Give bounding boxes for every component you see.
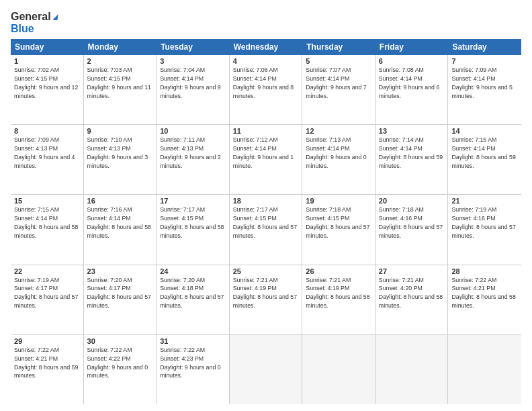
calendar-empty-cell bbox=[375, 335, 449, 404]
sunset-text: Sunset: 4:14 PM bbox=[379, 75, 423, 82]
day-number: 29 bbox=[14, 337, 80, 345]
header: General Blue bbox=[11, 11, 521, 35]
sunrise-text: Sunrise: 7:18 AM bbox=[379, 206, 424, 213]
sunset-text: Sunset: 4:13 PM bbox=[160, 145, 204, 152]
day-number: 22 bbox=[14, 267, 80, 275]
calendar: SundayMondayTuesdayWednesdayThursdayFrid… bbox=[11, 39, 521, 404]
sunset-text: Sunset: 4:15 PM bbox=[14, 75, 58, 82]
sunrise-text: Sunrise: 7:19 AM bbox=[451, 206, 496, 213]
sunrise-text: Sunrise: 7:18 AM bbox=[306, 206, 351, 213]
calendar-day-cell: 29 Sunrise: 7:22 AM Sunset: 4:21 PM Dayl… bbox=[11, 335, 84, 404]
sunrise-text: Sunrise: 7:07 AM bbox=[306, 66, 351, 73]
calendar-day-cell: 5 Sunrise: 7:07 AM Sunset: 4:14 PM Dayli… bbox=[302, 55, 375, 124]
sunrise-text: Sunrise: 7:21 AM bbox=[379, 277, 424, 283]
sunset-text: Sunset: 4:14 PM bbox=[379, 145, 423, 152]
day-number: 10 bbox=[160, 127, 226, 135]
daylight-text: Daylight: 9 hours and 11 minutes. bbox=[87, 84, 151, 99]
calendar-day-cell: 20 Sunrise: 7:18 AM Sunset: 4:16 PM Dayl… bbox=[375, 195, 449, 264]
daylight-text: Daylight: 8 hours and 58 minutes. bbox=[379, 293, 443, 309]
calendar-day-cell: 6 Sunrise: 7:08 AM Sunset: 4:14 PM Dayli… bbox=[375, 55, 449, 124]
calendar-day-cell: 16 Sunrise: 7:16 AM Sunset: 4:14 PM Dayl… bbox=[84, 195, 157, 264]
daylight-text: Daylight: 9 hours and 8 minutes. bbox=[233, 84, 294, 99]
sunset-text: Sunset: 4:15 PM bbox=[160, 215, 204, 222]
calendar-day-cell: 11 Sunrise: 7:12 AM Sunset: 4:14 PM Dayl… bbox=[230, 125, 303, 194]
daylight-text: Daylight: 8 hours and 58 minutes. bbox=[14, 224, 78, 239]
calendar-day-cell: 28 Sunrise: 7:22 AM Sunset: 4:21 PM Dayl… bbox=[448, 265, 521, 334]
sunrise-text: Sunrise: 7:17 AM bbox=[160, 206, 205, 213]
daylight-text: Daylight: 8 hours and 58 minutes. bbox=[451, 293, 515, 309]
day-number: 21 bbox=[451, 197, 518, 205]
daylight-text: Daylight: 8 hours and 58 minutes. bbox=[160, 224, 224, 239]
sunrise-text: Sunrise: 7:20 AM bbox=[160, 277, 205, 283]
calendar-week-row: 29 Sunrise: 7:22 AM Sunset: 4:21 PM Dayl… bbox=[11, 335, 521, 404]
daylight-text: Daylight: 8 hours and 59 minutes. bbox=[379, 154, 443, 169]
sunset-text: Sunset: 4:13 PM bbox=[14, 145, 58, 152]
calendar-day-cell: 9 Sunrise: 7:10 AM Sunset: 4:13 PM Dayli… bbox=[84, 125, 157, 194]
calendar-day-cell: 30 Sunrise: 7:22 AM Sunset: 4:22 PM Dayl… bbox=[84, 335, 157, 404]
day-number: 6 bbox=[379, 57, 445, 65]
daylight-text: Daylight: 9 hours and 5 minutes. bbox=[451, 84, 512, 99]
daylight-text: Daylight: 9 hours and 0 minutes. bbox=[160, 364, 220, 379]
sunset-text: Sunset: 4:15 PM bbox=[87, 75, 131, 82]
sunset-text: Sunset: 4:16 PM bbox=[451, 215, 495, 222]
sunrise-text: Sunrise: 7:14 AM bbox=[379, 136, 424, 143]
weekday-header: Thursday bbox=[302, 39, 375, 55]
calendar-day-cell: 22 Sunrise: 7:19 AM Sunset: 4:17 PM Dayl… bbox=[11, 265, 84, 334]
calendar-empty-cell bbox=[230, 335, 303, 404]
calendar-day-cell: 1 Sunrise: 7:02 AM Sunset: 4:15 PM Dayli… bbox=[11, 55, 84, 124]
calendar-week-row: 22 Sunrise: 7:19 AM Sunset: 4:17 PM Dayl… bbox=[11, 265, 521, 335]
sunrise-text: Sunrise: 7:06 AM bbox=[233, 66, 278, 73]
sunrise-text: Sunrise: 7:12 AM bbox=[233, 136, 278, 143]
calendar-day-cell: 13 Sunrise: 7:14 AM Sunset: 4:14 PM Dayl… bbox=[375, 125, 449, 194]
day-number: 31 bbox=[160, 337, 226, 345]
calendar-day-cell: 17 Sunrise: 7:17 AM Sunset: 4:15 PM Dayl… bbox=[157, 195, 230, 264]
sunset-text: Sunset: 4:22 PM bbox=[87, 355, 131, 362]
logo: General Blue bbox=[11, 11, 58, 35]
calendar-day-cell: 8 Sunrise: 7:09 AM Sunset: 4:13 PM Dayli… bbox=[11, 125, 84, 194]
daylight-text: Daylight: 9 hours and 12 minutes. bbox=[14, 84, 78, 99]
daylight-text: Daylight: 9 hours and 1 minute. bbox=[233, 154, 294, 169]
day-number: 27 bbox=[379, 267, 445, 275]
sunset-text: Sunset: 4:14 PM bbox=[233, 145, 277, 152]
day-number: 17 bbox=[160, 197, 226, 205]
sunset-text: Sunset: 4:19 PM bbox=[233, 285, 277, 291]
sunset-text: Sunset: 4:14 PM bbox=[451, 145, 495, 152]
daylight-text: Daylight: 8 hours and 57 minutes. bbox=[87, 293, 151, 309]
sunset-text: Sunset: 4:13 PM bbox=[87, 145, 131, 152]
sunset-text: Sunset: 4:17 PM bbox=[14, 285, 58, 291]
weekday-header: Sunday bbox=[11, 39, 84, 55]
day-number: 2 bbox=[87, 57, 153, 65]
daylight-text: Daylight: 8 hours and 58 minutes. bbox=[306, 293, 369, 309]
sunset-text: Sunset: 4:14 PM bbox=[87, 215, 131, 222]
sunrise-text: Sunrise: 7:22 AM bbox=[14, 347, 59, 353]
daylight-text: Daylight: 9 hours and 7 minutes. bbox=[306, 84, 366, 99]
calendar-body: 1 Sunrise: 7:02 AM Sunset: 4:15 PM Dayli… bbox=[11, 55, 521, 404]
day-number: 19 bbox=[306, 197, 371, 205]
calendar-day-cell: 23 Sunrise: 7:20 AM Sunset: 4:17 PM Dayl… bbox=[84, 265, 157, 334]
daylight-text: Daylight: 9 hours and 2 minutes. bbox=[160, 154, 220, 169]
calendar-day-cell: 4 Sunrise: 7:06 AM Sunset: 4:14 PM Dayli… bbox=[230, 55, 303, 124]
day-number: 20 bbox=[379, 197, 445, 205]
calendar-day-cell: 25 Sunrise: 7:21 AM Sunset: 4:19 PM Dayl… bbox=[230, 265, 303, 334]
sunset-text: Sunset: 4:14 PM bbox=[233, 75, 277, 82]
sunrise-text: Sunrise: 7:22 AM bbox=[160, 347, 205, 353]
sunrise-text: Sunrise: 7:09 AM bbox=[451, 66, 496, 73]
day-number: 18 bbox=[233, 197, 299, 205]
day-number: 30 bbox=[87, 337, 153, 345]
calendar-day-cell: 24 Sunrise: 7:20 AM Sunset: 4:18 PM Dayl… bbox=[157, 265, 230, 334]
sunrise-text: Sunrise: 7:20 AM bbox=[87, 277, 132, 283]
day-number: 13 bbox=[379, 127, 445, 135]
day-number: 3 bbox=[160, 57, 226, 65]
calendar-day-cell: 14 Sunrise: 7:15 AM Sunset: 4:14 PM Dayl… bbox=[448, 125, 521, 194]
calendar-empty-cell bbox=[448, 335, 521, 404]
daylight-text: Daylight: 8 hours and 57 minutes. bbox=[233, 224, 297, 239]
sunrise-text: Sunrise: 7:19 AM bbox=[14, 277, 59, 283]
calendar-week-row: 15 Sunrise: 7:15 AM Sunset: 4:14 PM Dayl… bbox=[11, 195, 521, 265]
calendar-week-row: 1 Sunrise: 7:02 AM Sunset: 4:15 PM Dayli… bbox=[11, 55, 521, 125]
day-number: 15 bbox=[14, 197, 80, 205]
day-number: 23 bbox=[87, 267, 153, 275]
daylight-text: Daylight: 9 hours and 6 minutes. bbox=[379, 84, 439, 99]
calendar-day-cell: 18 Sunrise: 7:17 AM Sunset: 4:15 PM Dayl… bbox=[230, 195, 303, 264]
sunset-text: Sunset: 4:20 PM bbox=[379, 285, 423, 291]
calendar-day-cell: 2 Sunrise: 7:03 AM Sunset: 4:15 PM Dayli… bbox=[84, 55, 157, 124]
